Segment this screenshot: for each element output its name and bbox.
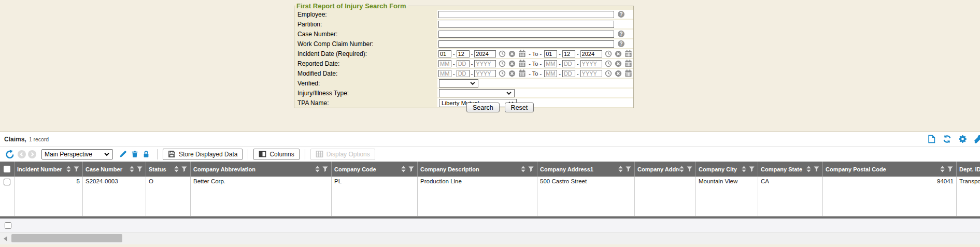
filter-funnel-icon[interactable]: [687, 166, 692, 172]
incident-from-dd-input[interactable]: [457, 50, 470, 57]
injury-type-select[interactable]: [439, 89, 515, 97]
sort-icon[interactable]: [315, 166, 320, 172]
sort-icon[interactable]: [618, 166, 623, 172]
clear-date-icon[interactable]: [615, 50, 622, 57]
prev-perspective-button[interactable]: [18, 150, 26, 158]
clear-date-icon[interactable]: [508, 60, 516, 67]
calendar-icon[interactable]: [624, 60, 632, 67]
filter-funnel-icon[interactable]: [137, 166, 143, 172]
partition-input[interactable]: [438, 21, 614, 28]
time-picker-icon[interactable]: [605, 70, 612, 77]
employee-input[interactable]: [438, 11, 614, 18]
modified-to-mm-input[interactable]: [544, 70, 557, 77]
column-header-incident-number[interactable]: Incident Number: [15, 162, 83, 177]
sort-icon[interactable]: [940, 166, 945, 172]
work-comp-input[interactable]: [438, 40, 614, 48]
sort-icon[interactable]: [401, 166, 406, 172]
incident-to-mm-input[interactable]: [544, 50, 557, 57]
select-all-checkbox[interactable]: [4, 166, 10, 172]
column-header-status[interactable]: Status: [146, 162, 191, 177]
incident-to-yyyy-input[interactable]: [580, 50, 602, 57]
gear-icon[interactable]: [958, 135, 967, 143]
filter-funnel-icon[interactable]: [749, 166, 755, 172]
sort-icon[interactable]: [174, 166, 179, 172]
reported-from-mm-input[interactable]: [438, 60, 451, 67]
horizontal-scrollbar[interactable]: [0, 233, 980, 244]
reported-to-dd-input[interactable]: [562, 60, 575, 67]
case-number-input[interactable]: [438, 31, 614, 38]
column-header-company-city[interactable]: Company City: [696, 162, 758, 177]
modified-to-dd-input[interactable]: [562, 70, 575, 77]
row-checkbox[interactable]: [4, 179, 10, 185]
filter-funnel-icon[interactable]: [626, 166, 631, 172]
column-header-company-address1[interactable]: Company Address1: [537, 162, 635, 177]
clear-date-icon[interactable]: [508, 50, 516, 57]
verified-select[interactable]: [439, 79, 478, 88]
modified-from-mm-input[interactable]: [438, 70, 451, 77]
filter-funnel-icon[interactable]: [814, 166, 819, 172]
sort-icon[interactable]: [679, 166, 684, 172]
column-header-company-postal-code[interactable]: Company Postal Code: [823, 162, 957, 177]
incident-to-dd-input[interactable]: [562, 50, 575, 57]
reported-from-dd-input[interactable]: [457, 60, 470, 67]
modified-from-dd-input[interactable]: [457, 70, 470, 77]
calendar-icon[interactable]: [518, 60, 526, 67]
next-perspective-button[interactable]: [28, 150, 36, 158]
scroll-left-arrow[interactable]: [4, 236, 7, 241]
perspective-select[interactable]: Main Perspective: [41, 149, 113, 159]
columns-button[interactable]: Columns: [253, 149, 299, 160]
pencil-icon[interactable]: [119, 150, 127, 158]
filter-funnel-icon[interactable]: [947, 166, 953, 172]
scrollbar-thumb[interactable]: [11, 234, 122, 242]
sort-icon[interactable]: [521, 166, 525, 172]
table-row[interactable]: 5 S2024-0003 O Better Corp. PL Productio…: [0, 177, 980, 216]
select-all-header-cell[interactable]: [0, 162, 15, 177]
sort-icon[interactable]: [742, 166, 746, 172]
sort-icon[interactable]: [130, 166, 134, 172]
help-icon[interactable]: ?: [618, 40, 624, 47]
clear-date-icon[interactable]: [615, 60, 622, 67]
column-header-company-state[interactable]: Company State: [758, 162, 823, 177]
search-button[interactable]: Search: [466, 103, 500, 112]
store-displayed-data-button[interactable]: Store Displayed Data: [163, 149, 243, 160]
time-picker-icon[interactable]: [605, 50, 612, 57]
refresh-icon[interactable]: [943, 135, 951, 143]
column-header-company-code[interactable]: Company Code: [332, 162, 418, 177]
footer-checkbox[interactable]: [5, 222, 11, 229]
time-picker-icon[interactable]: [499, 60, 506, 67]
reset-button[interactable]: Reset: [505, 103, 534, 112]
wrench-icon[interactable]: [974, 135, 980, 143]
modified-from-yyyy-input[interactable]: [474, 70, 496, 77]
calendar-icon[interactable]: [518, 50, 526, 57]
filter-funnel-icon[interactable]: [322, 166, 328, 172]
filter-funnel-icon[interactable]: [74, 166, 79, 172]
incident-from-yyyy-input[interactable]: [474, 50, 496, 57]
modified-to-yyyy-input[interactable]: [580, 70, 602, 77]
incident-from-mm-input[interactable]: [438, 50, 451, 57]
filter-funnel-icon[interactable]: [528, 166, 534, 172]
column-header-case-number[interactable]: Case Number: [83, 162, 146, 177]
lock-icon[interactable]: [143, 150, 150, 158]
time-picker-icon[interactable]: [605, 60, 612, 67]
undo-icon[interactable]: [5, 150, 15, 159]
reported-to-mm-input[interactable]: [544, 60, 557, 67]
filter-funnel-icon[interactable]: [181, 166, 187, 172]
filter-funnel-icon[interactable]: [408, 166, 414, 172]
help-icon[interactable]: ?: [618, 31, 624, 37]
calendar-icon[interactable]: [624, 69, 632, 77]
clear-date-icon[interactable]: [615, 70, 622, 77]
clear-date-icon[interactable]: [508, 70, 516, 77]
reported-to-yyyy-input[interactable]: [580, 60, 602, 67]
trash-icon[interactable]: [131, 150, 138, 158]
calendar-icon[interactable]: [518, 69, 526, 77]
document-icon[interactable]: [927, 135, 936, 143]
time-picker-icon[interactable]: [499, 50, 506, 57]
time-picker-icon[interactable]: [499, 70, 506, 77]
column-header-dept-id[interactable]: Dept. ID: [957, 162, 980, 177]
reported-from-yyyy-input[interactable]: [474, 60, 496, 67]
sort-icon[interactable]: [66, 166, 71, 172]
column-header-company-abbreviation[interactable]: Company Abbreviation: [191, 162, 332, 177]
sort-icon[interactable]: [806, 166, 811, 172]
column-header-company-description[interactable]: Company Description: [418, 162, 537, 177]
calendar-icon[interactable]: [624, 50, 632, 57]
